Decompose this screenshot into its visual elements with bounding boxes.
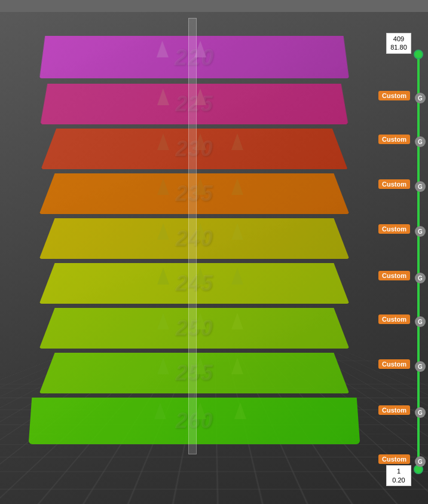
layer-3: 230 — [24, 129, 365, 169]
g-button-1[interactable]: G — [415, 93, 426, 103]
g-button-3[interactable]: G — [415, 181, 426, 192]
custom-button-5[interactable]: Custom — [378, 271, 410, 280]
slider-top-value1: 409 — [390, 35, 408, 43]
g-button-5[interactable]: G — [415, 273, 426, 283]
grid-floor — [0, 353, 428, 504]
top-bar — [0, 0, 428, 12]
layer-4: 235 — [24, 173, 365, 214]
custom-button-8[interactable]: Custom — [378, 405, 410, 415]
layer-6: 245 — [24, 263, 365, 304]
g-button-9[interactable]: G — [415, 456, 426, 467]
layer-9: 260 — [18, 398, 371, 444]
layer-8: 255 — [24, 353, 365, 393]
layer-1: 220 — [22, 36, 366, 78]
slider-bottom-value2: 0.20 — [390, 476, 408, 484]
slider-bottom-label: 1 0.20 — [386, 465, 411, 486]
layer-5: 240 — [24, 218, 365, 259]
vertical-divider — [188, 18, 197, 454]
g-button-8[interactable]: G — [415, 407, 426, 418]
custom-button-7[interactable]: Custom — [378, 359, 410, 369]
slider-bottom-value1: 1 — [390, 467, 408, 475]
slider-panel: 409 81.80 1 0.20 Custom G Custom G Custo… — [374, 0, 428, 504]
g-button-4[interactable]: G — [415, 226, 426, 237]
g-button-2[interactable]: G — [415, 136, 426, 147]
layer-stack: 220 225 230 235 — [18, 12, 359, 484]
g-button-6[interactable]: G — [415, 316, 426, 327]
custom-button-1[interactable]: Custom — [378, 91, 410, 100]
slider-top-label: 409 81.80 — [386, 33, 411, 54]
slider-top-knob[interactable] — [414, 50, 423, 59]
layer-7: 250 — [24, 308, 365, 349]
3d-viewport: 220 225 230 235 — [0, 0, 428, 504]
custom-button-9[interactable]: Custom — [378, 454, 410, 464]
g-button-7[interactable]: G — [415, 361, 426, 372]
custom-button-6[interactable]: Custom — [378, 314, 410, 324]
slider-top-value2: 81.80 — [390, 43, 408, 51]
custom-button-4[interactable]: Custom — [378, 224, 410, 234]
layer-2: 225 — [23, 84, 366, 124]
custom-button-3[interactable]: Custom — [378, 179, 410, 189]
custom-button-2[interactable]: Custom — [378, 135, 410, 144]
